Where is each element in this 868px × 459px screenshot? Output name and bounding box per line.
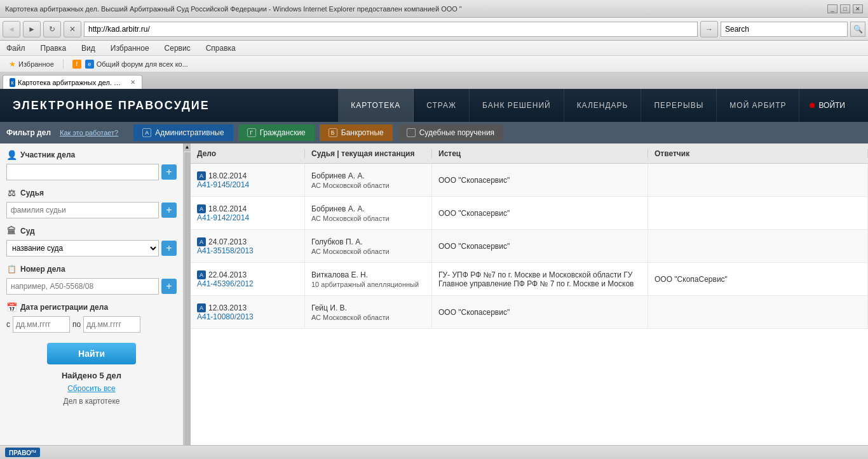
login-button[interactable]: ВОЙТИ: [799, 101, 855, 110]
table-row: А 18.02.2014 А41-9142/2014 Бобринев А. А…: [191, 197, 868, 230]
col-header-defendant: Ответчик: [648, 149, 868, 158]
go-button[interactable]: →: [700, 21, 718, 37]
status-bar: ПРАВОru: [0, 445, 868, 459]
filter-tabs-bar: Фильтр дел Как это работает? А Администр…: [0, 122, 868, 143]
civil-label: Гражданские: [260, 128, 306, 137]
date-from-label: с: [6, 320, 10, 329]
stop-button[interactable]: ✕: [64, 21, 81, 37]
search-button[interactable]: Найти: [47, 343, 136, 364]
tab-0[interactable]: к Картотека арбитражных дел. Высший Арби…: [3, 75, 142, 89]
filter-panel: 👤 Участник дела + ⚖ Судья +: [0, 143, 183, 459]
plaintiff-cell-4: ООО "Скопасервис": [432, 296, 648, 328]
tab-judicial[interactable]: Судебные поручения: [398, 124, 503, 141]
case-date-row-4: А 12.03.2013: [197, 303, 298, 312]
tab-close-0[interactable]: ✕: [130, 79, 135, 86]
menu-file[interactable]: Файл: [3, 43, 29, 54]
defendant-cell-2: [648, 230, 868, 262]
judge-add-button[interactable]: +: [161, 203, 177, 218]
nav-bank-resheniy[interactable]: БАНК РЕШЕНИЙ: [470, 89, 564, 122]
judge-input[interactable]: [6, 202, 159, 218]
menu-view[interactable]: Вид: [78, 43, 99, 54]
app-header: ЭЛЕКТРОННОЕ ПРАВОСУДИЕ КАРТОТЕКА СТРАЖ Б…: [0, 89, 868, 122]
court-add-button[interactable]: +: [161, 241, 177, 256]
participant-icon: 👤: [6, 150, 17, 160]
defendant-cell-1: [648, 197, 868, 229]
case-link-1[interactable]: А41-9142/2014: [197, 213, 298, 222]
main-layout: 👤 Участник дела + ⚖ Судья +: [0, 143, 868, 459]
judge-cell-4: Гейц И. В. АС Московской области: [305, 296, 432, 328]
nav-moy-arbitr[interactable]: МОЙ АРБИТР: [717, 89, 799, 122]
star-icon: ★: [9, 60, 16, 69]
case-link-2[interactable]: А41-35158/2013: [197, 246, 298, 255]
table-row: А 12.03.2013 А41-10080/2013 Гейц И. В. А…: [191, 296, 868, 329]
nav-calendar[interactable]: КАЛЕНДАРЬ: [564, 89, 642, 122]
menu-help[interactable]: Справка: [202, 43, 240, 54]
close-button[interactable]: ✕: [853, 4, 863, 13]
favorites-item-0[interactable]: f e Общий форум для всех ко...: [69, 58, 192, 70]
case-cell-0: А 18.02.2014 А41-9145/2014: [191, 164, 305, 196]
back-button[interactable]: ◄: [3, 21, 20, 37]
nav-strazh[interactable]: СТРАЖ: [414, 89, 470, 122]
pravo-logo: ПРАВОru: [5, 448, 40, 457]
date-row: с по: [6, 316, 177, 333]
case-link-4[interactable]: А41-10080/2013: [197, 312, 298, 321]
case-number-add-button[interactable]: +: [161, 279, 177, 294]
defendant-cell-3: ООО "СкопаСервис": [648, 263, 868, 295]
case-cell-3: А 22.04.2013 А41-45396/2012: [191, 263, 305, 295]
app-navigation: КАРТОТЕКА СТРАЖ БАНК РЕШЕНИЙ КАЛЕНДАРЬ П…: [338, 89, 799, 122]
date-to-label: по: [72, 320, 81, 329]
case-link-0[interactable]: А41-9145/2014: [197, 180, 298, 189]
court-title: 🏛 Суд: [6, 226, 177, 236]
case-type-icon-0: А: [197, 171, 206, 180]
case-cell-4: А 12.03.2013 А41-10080/2013: [191, 296, 305, 328]
judge-cell-3: Виткалова Е. Н. 10 арбитражный апелляцио…: [305, 263, 432, 295]
tab-bankrupt[interactable]: Б Банкротные: [320, 124, 393, 141]
forward-button[interactable]: ►: [23, 21, 41, 37]
minimize-button[interactable]: _: [827, 4, 837, 13]
nav-kartoteka[interactable]: КАРТОТЕКА: [338, 89, 414, 122]
login-dot-icon: [810, 103, 815, 108]
tab-administrative[interactable]: А Административные: [133, 124, 233, 141]
date-to-input[interactable]: [83, 316, 140, 333]
how-it-works-link[interactable]: Как это работает?: [60, 129, 118, 136]
table-row: А 22.04.2013 А41-45396/2012 Виткалова Е.…: [191, 263, 868, 296]
case-number-input[interactable]: [6, 278, 159, 295]
search-button[interactable]: 🔍: [850, 22, 865, 37]
participant-title: 👤 Участник дела: [6, 150, 177, 160]
search-input[interactable]: [721, 22, 848, 37]
maximize-button[interactable]: □: [840, 4, 850, 13]
defendant-cell-4: [648, 296, 868, 328]
left-scrollbar[interactable]: ▲ ▼: [183, 143, 191, 459]
found-text: Найдено 5 дел: [6, 371, 177, 380]
refresh-button[interactable]: ↻: [43, 21, 61, 37]
admin-icon: А: [142, 128, 151, 137]
login-label: ВОЙТИ: [818, 101, 845, 110]
judicial-checkbox-icon: [407, 128, 416, 137]
nav-pereryvyi[interactable]: ПЕРЕРЫВЫ: [641, 89, 717, 122]
menu-edit[interactable]: Правка: [37, 43, 71, 54]
favorites-button[interactable]: ★ Избранное: [5, 58, 58, 70]
bankrupt-icon: Б: [329, 128, 337, 137]
app-logo: ЭЛЕКТРОННОЕ ПРАВОСУДИЕ: [13, 99, 210, 112]
favorites-label: Избранное: [18, 60, 54, 68]
tab-civil[interactable]: Г Гражданские: [238, 124, 315, 141]
date-icon: 📅: [6, 302, 17, 312]
scroll-up-button[interactable]: ▲: [184, 143, 191, 151]
menu-favorites[interactable]: Избранное: [107, 43, 153, 54]
menu-service[interactable]: Сервис: [161, 43, 194, 54]
court-select[interactable]: название суда: [6, 240, 159, 256]
browser-navbar: ◄ ► ↻ ✕ → 🔍: [0, 18, 868, 41]
participant-add-button[interactable]: +: [161, 164, 177, 180]
reset-link[interactable]: Сбросить все: [6, 384, 177, 393]
col-header-case: Дело: [191, 149, 305, 158]
judge-cell-0: Бобринев А. А. АС Московской области: [305, 164, 432, 196]
bankrupt-label: Банкротные: [341, 128, 384, 137]
plaintiff-cell-1: ООО "Скопасервис": [432, 197, 648, 229]
address-bar[interactable]: [84, 22, 698, 37]
case-link-3[interactable]: А41-45396/2012: [197, 279, 298, 288]
participant-input[interactable]: [6, 164, 159, 180]
date-from-input[interactable]: [13, 316, 70, 333]
case-type-icon-2: А: [197, 237, 206, 246]
plaintiff-cell-0: ООО "Скопасервис": [432, 164, 648, 196]
court-select-row: название суда +: [6, 240, 177, 256]
